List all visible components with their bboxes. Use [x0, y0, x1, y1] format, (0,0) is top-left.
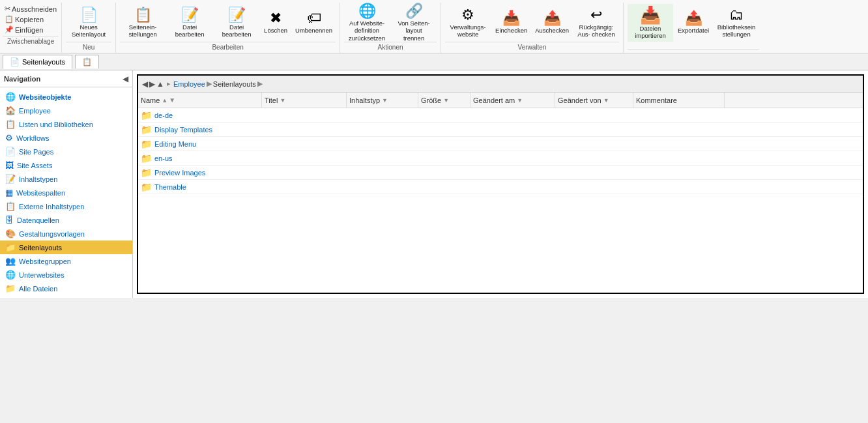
sidebar-item-listen[interactable]: 📋 Listen und Bibliotheken	[0, 117, 132, 131]
export-icon: 📤	[685, 11, 702, 25]
edit-file-icon: 📝	[181, 8, 199, 22]
table-row: 📁 de-de	[138, 108, 863, 123]
breadcrumb-employee[interactable]: Employee	[173, 80, 205, 88]
external-icon: 📋	[5, 201, 16, 211]
checkin-icon: 📥	[502, 11, 520, 25]
sidebar-item-employee[interactable]: 🏠 Employee	[0, 104, 132, 117]
layouts-icon: 📁	[5, 242, 16, 252]
file-changedby-de-de	[555, 108, 633, 122]
col-header-comments[interactable]: Kommentare	[633, 93, 725, 108]
file-list: Name ▲ ▼ Titel ▼ Inhaltstyp ▼ Größe ▼	[138, 93, 863, 293]
datei-bearbeiten-button[interactable]: 📝 Datei bearbeiten	[167, 4, 212, 42]
rueckgaengig-button[interactable]: ↩ Rückgängig: Aus- checken	[573, 4, 619, 42]
sidebar-item-seitenlayouts[interactable]: 📁 Seitenlayouts	[0, 241, 132, 254]
dateien-group: 📥 Dateien importieren 📤 Exportdatei 🗂 Bi…	[624, 3, 763, 53]
col-header-title[interactable]: Titel ▼	[262, 93, 347, 108]
sidebar-item-unterwebsites[interactable]: 🌐 Unterwebsites	[0, 268, 132, 282]
assets-icon: 🖼	[5, 160, 14, 170]
ausschneiden-button[interactable]: ✂ Ausschneiden	[3, 4, 59, 14]
file-name-preview-images[interactable]: 📁 Preview Images	[138, 166, 262, 179]
import-icon: 📥	[640, 7, 661, 23]
ribbon: ✂ Ausschneiden 📋 Kopieren 📌 Einfügen Zwi…	[0, 0, 868, 53]
tab-icon-seitenlayouts: 📄	[10, 57, 20, 66]
nav-collapse-button[interactable]: ◀	[123, 74, 128, 83]
sidebar-item-sitepages[interactable]: 📄 Site Pages	[0, 145, 132, 158]
tab-extra[interactable]: 📋	[75, 55, 99, 68]
bibliothekseinstellungen-button[interactable]: 🗂 Bibliothekseinstellungen	[714, 4, 759, 42]
tab-seitenlayouts[interactable]: 📄 Seitenlayouts	[3, 55, 72, 69]
col-header-name[interactable]: Name ▲ ▼	[138, 93, 262, 108]
checkout-icon: 📤	[543, 11, 561, 25]
col-header-changedby[interactable]: Geändert von ▼	[555, 93, 633, 108]
file-name-display-templates[interactable]: 📁 Display Templates	[138, 123, 262, 136]
seiteneinstellungen-button[interactable]: 📋 Seiten­ein- stellungen	[120, 4, 166, 42]
verwaltungswebsite-button[interactable]: ⚙ Verwaltungs- website	[445, 4, 491, 42]
columns-icon: ▦	[5, 188, 13, 197]
dateien-importieren-button[interactable]: 📥 Dateien importieren	[628, 4, 673, 42]
breadcrumb-nav: ◀ ▶ ▲ ▸ Employee ▶ Seitenlayouts ▶	[142, 80, 263, 89]
table-row: 📁 Preview Images	[138, 166, 863, 180]
content-types-icon: 📝	[5, 174, 16, 184]
datei-bearbeiten2-button[interactable]: 📝 Datei bearbeiten	[214, 4, 259, 42]
sidebar-item-websitespalten[interactable]: ▦ Websitespalten	[0, 186, 132, 199]
sidebar-item-workflows[interactable]: ⚙ Workflows	[0, 131, 132, 145]
back-button[interactable]: ◀	[142, 80, 148, 89]
forward-button[interactable]: ▶	[149, 80, 155, 89]
einchecken-button[interactable]: 📥 Einchecken	[492, 4, 530, 42]
clipboard-group: ✂ Ausschneiden 📋 Kopieren 📌 Einfügen Zwi…	[0, 3, 62, 53]
up-button[interactable]: ▲	[156, 80, 164, 89]
von-seiten-button[interactable]: 🔗 Von Seiten- layout trennen	[391, 4, 437, 42]
file-name-de-de[interactable]: 📁 de-de	[138, 108, 262, 122]
datasource-icon: 🗄	[5, 215, 14, 225]
sidebar-item-websiteobjekte[interactable]: 🌐 Websiteobjekte	[0, 90, 132, 104]
tab-bar: 📄 Seitenlayouts 📋	[0, 53, 868, 70]
new-page-icon: 📄	[80, 8, 98, 22]
auf-website-button[interactable]: 🌐 Auf Website- definition zurücksetzen	[344, 4, 390, 42]
sidebar-item-datenquellen[interactable]: 🗄 Datenquellen	[0, 213, 132, 227]
website-reset-icon: 🌐	[358, 4, 376, 18]
neues-seitenlayout-button[interactable]: 📄 Neues Seitenlayout	[66, 4, 111, 42]
neu-group: 📄 Neues Seitenlayout Neu	[62, 3, 116, 53]
file-name-en-us[interactable]: 📁 en-us	[138, 151, 262, 165]
col-header-size[interactable]: Größe ▼	[418, 93, 470, 108]
folder-icon: 📁	[141, 110, 152, 121]
folder-icon: 📁	[141, 182, 152, 192]
sidebar-item-websitegruppen[interactable]: 👥 Websitegruppen	[0, 254, 132, 268]
file-changed-de-de	[470, 108, 555, 122]
folder-icon: 📁	[141, 153, 152, 164]
clipboard-label: Zwischenablage	[3, 36, 59, 45]
tab-icon-extra: 📋	[82, 57, 92, 66]
globe-icon: 🌐	[5, 92, 16, 102]
file-name-themable[interactable]: 📁 Themable	[138, 180, 262, 194]
folder-icon: 📁	[141, 139, 152, 149]
sidebar-item-gestaltungsvorlagen[interactable]: 🎨 Gestaltungsvorlagen	[0, 227, 132, 241]
folder-icon: 📁	[141, 124, 152, 135]
file-rows: 📁 de-de 📁 Display Templates	[138, 108, 863, 293]
file-list-header: Name ▲ ▼ Titel ▼ Inhaltstyp ▼ Größe ▼	[138, 93, 863, 108]
content-area: ◀ ▶ ▲ ▸ Employee ▶ Seitenlayouts ▶ Name …	[133, 70, 868, 298]
subsites-icon: 🌐	[5, 270, 16, 280]
list-icon: 📋	[5, 119, 16, 129]
folder-icon: 📁	[141, 168, 152, 178]
loeschen-button[interactable]: ✖ Löschen	[261, 4, 291, 42]
all-files-icon: 📁	[5, 284, 16, 293]
einfuegen-button[interactable]: 📌 Einfügen	[3, 25, 59, 35]
sidebar-item-siteassets[interactable]: 🖼 Site Assets	[0, 158, 132, 172]
main-area: Navigation ◀ 🌐 Websiteobjekte 🏠 Employee…	[0, 70, 868, 298]
file-size-de-de	[418, 108, 470, 122]
umbenennen-button[interactable]: 🏷 Umbenennen	[292, 4, 336, 42]
col-header-changed[interactable]: Geändert am ▼	[470, 93, 555, 108]
sidebar-item-alle-dateien[interactable]: 📁 Alle Dateien	[0, 282, 132, 295]
sidebar-item-inhaltstypen[interactable]: 📝 Inhaltstypen	[0, 172, 132, 186]
breadcrumb-seitenlayouts: Seitenlayouts	[213, 80, 256, 88]
home-icon: 🏠	[5, 106, 16, 115]
col-header-content[interactable]: Inhaltstyp ▼	[347, 93, 418, 108]
kopieren-button[interactable]: 📋 Kopieren	[3, 14, 59, 24]
file-name-editing-menu[interactable]: 📁 Editing Menu	[138, 137, 262, 151]
exportdatei-button[interactable]: 📤 Exportdatei	[674, 4, 712, 42]
focused-panel: ◀ ▶ ▲ ▸ Employee ▶ Seitenlayouts ▶ Name …	[137, 74, 864, 294]
pages-icon: 📄	[5, 147, 16, 156]
sidebar-item-externe[interactable]: 📋 Externe Inhaltstypen	[0, 199, 132, 213]
table-row: 📁 Themable	[138, 180, 863, 194]
auschecken-button[interactable]: 📤 Auschecken	[532, 4, 572, 42]
